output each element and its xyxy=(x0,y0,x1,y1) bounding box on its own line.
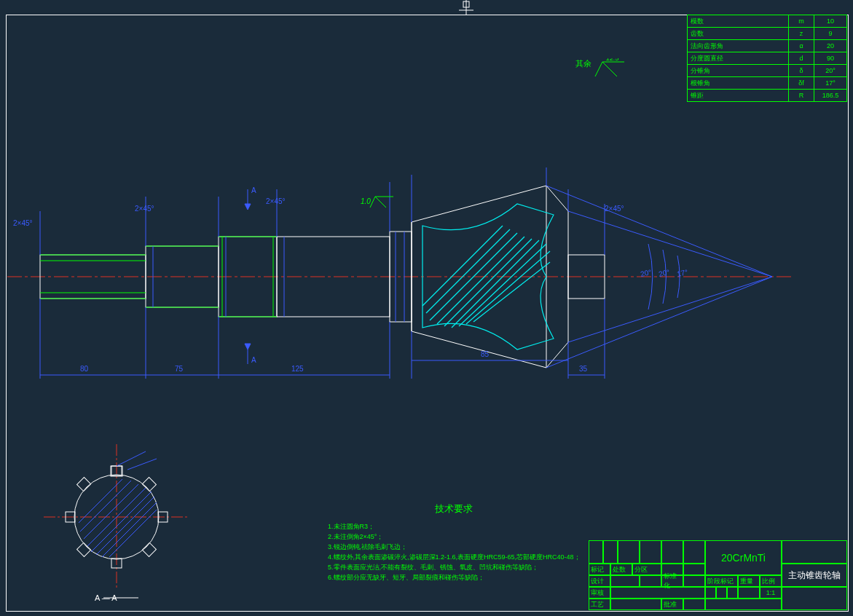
svg-line-98 xyxy=(80,481,131,532)
ucs-icon xyxy=(452,0,481,22)
svg-line-103 xyxy=(117,451,146,466)
svg-text:35: 35 xyxy=(579,365,588,373)
svg-line-32 xyxy=(473,262,550,322)
main-elevation-view: 80 75 125 85 35 2×45° 2×45° 2×45° 2×45° … xyxy=(7,167,794,386)
svg-marker-77 xyxy=(245,204,251,210)
svg-line-96 xyxy=(84,484,138,539)
svg-rect-94 xyxy=(77,478,91,491)
svg-marker-79 xyxy=(245,344,251,350)
chamfer-label: 2×45° xyxy=(13,219,33,227)
svg-line-35 xyxy=(546,277,772,368)
svg-text:12.5: 12.5 xyxy=(606,58,620,62)
svg-line-100 xyxy=(102,502,157,557)
svg-line-27 xyxy=(444,239,532,326)
svg-text:2×45°: 2×45° xyxy=(266,197,286,205)
title-block: 标记 处数 分区 设计 标准化 审核 工艺 批准 20CrMnTi 阶段标记 重… xyxy=(589,540,847,610)
svg-text:2×45°: 2×45° xyxy=(135,205,154,213)
svg-line-29 xyxy=(452,240,539,328)
part-name: 主动锥齿轮轴 xyxy=(782,564,847,587)
svg-text:80: 80 xyxy=(80,365,89,373)
svg-text:A: A xyxy=(251,356,256,364)
param-label: 模数 xyxy=(688,15,789,28)
svg-text:75: 75 xyxy=(175,365,184,373)
svg-line-34 xyxy=(546,186,772,277)
material-cell: 20CrMnTi xyxy=(705,540,782,575)
svg-rect-90 xyxy=(142,542,156,556)
svg-line-104 xyxy=(127,459,157,470)
surface-finish-global: 其余 12.5 xyxy=(575,58,591,69)
svg-text:85: 85 xyxy=(481,350,490,358)
section-view-a-a: A — A xyxy=(44,444,189,604)
svg-line-37 xyxy=(568,277,772,342)
technical-requirements: 技术要求 1.未注圆角R3； 2.未注倒角2×45°； 3.锐边倒钝,祛除毛刺飞… xyxy=(328,502,581,583)
svg-text:125: 125 xyxy=(291,365,304,373)
svg-text:2×45°: 2×45° xyxy=(605,205,624,213)
svg-line-28 xyxy=(426,229,510,313)
svg-line-33 xyxy=(422,226,503,306)
svg-text:A: A xyxy=(251,186,256,194)
svg-line-101 xyxy=(79,479,122,523)
svg-text:1.0: 1.0 xyxy=(361,197,371,205)
gear-parameter-table: 模数m10 齿数z9 法向齿形角α20 分度圆直径d90 分锥角δ20° 根锥角… xyxy=(687,15,847,102)
svg-line-36 xyxy=(568,211,772,277)
svg-line-97 xyxy=(91,491,152,552)
